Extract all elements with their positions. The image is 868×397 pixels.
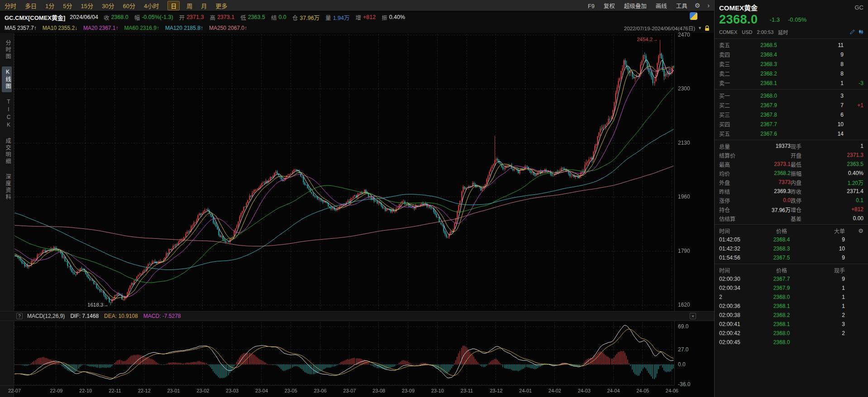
stat-row: 持仓37.96万增仓+812 [719,205,863,214]
deal-volume: 3 [804,321,845,327]
ask-row-ask-1[interactable]: 卖一2368.11-3 [719,78,863,88]
book-volume: 1 [777,80,844,86]
tick-deals-header: 时间价格现手 [715,265,868,274]
edit-pencil-icon[interactable] [850,29,855,35]
timeframe-tab-multi-day[interactable]: 多日 [25,1,37,10]
ask-row-ask-3[interactable]: 卖三2368.38 [719,59,863,69]
timeframe-tab-monthly[interactable]: 月 [201,1,207,10]
price-axis-label: 2300 [678,85,690,92]
timeframe-tab-1min[interactable]: 1分 [45,1,54,10]
timeframe-tab-60min[interactable]: 60分 [123,1,135,10]
large-deal-row: 01:42:322368.310 [715,244,868,253]
bid-row-bid-4[interactable]: 买四2367.710 [719,119,863,129]
tick-deal-row: 02:00:302367.79 [715,274,868,284]
deal-price: 2368.0 [759,330,804,336]
toolbar-item-adjust[interactable]: 复权 [604,3,615,9]
deal-time: 01:42:32 [719,246,759,252]
candlestick-chart-canvas[interactable] [14,33,674,311]
deal-time: 02:00:38 [719,312,759,318]
timeframe-tab-intraday[interactable]: 分时 [5,1,16,10]
chart-section: 分时多日1分5分15分30分60分4小时日周月更多 F9复权超级叠加画线工具 ⚙… [0,0,714,397]
divider [715,224,868,225]
book-delta: +1 [844,102,863,109]
book-volume: 9 [777,52,844,58]
deals-column-header: 价格 [759,227,804,235]
settings-gear-icon[interactable]: ⚙ [695,2,701,9]
sidebar-item-kline-chart[interactable]: K线图 [2,66,12,92]
timeframe-tab-30min[interactable]: 30分 [102,1,114,10]
stat-label: 现手 [791,142,816,150]
deal-volume: 10 [804,246,845,252]
sidebar-item-depth-data[interactable]: 深度资料 [2,171,12,203]
stat-label: 持仓 [719,206,740,213]
macd-header: ? MACD(12,26,9) DIF: 7.1468 DEA: 10.9108… [0,311,714,321]
timeframe-tab-daily[interactable]: 日 [167,1,180,10]
bid-row-bid-2[interactable]: 买二2367.97+1 [719,100,863,110]
trading-terminal: 分时多日1分5分15分30分60分4小时日周月更多 F9复权超级叠加画线工具 ⚙… [0,0,868,397]
lock-icon[interactable] [705,25,710,31]
deal-price: 2368.0 [759,339,804,345]
help-icon[interactable]: ? [16,313,23,319]
sidebar-item-time-chart[interactable]: 分时图 [2,38,12,62]
ask-row-ask-2[interactable]: 卖二2368.28 [719,69,863,78]
timeframe-tab-15min[interactable]: 15分 [81,1,93,10]
ask-row-ask-4[interactable]: 卖四2368.49 [719,50,863,59]
stat-value: 2369.3 [740,188,791,194]
time-axis-label: 24-03 [576,388,592,393]
macd-chart-canvas[interactable] [14,321,674,385]
divider [715,38,868,39]
time-axis-label: 24-05 [634,388,651,393]
quote-field-oi-change: 增+812 [355,13,376,22]
bid-row-bid-1[interactable]: 买一2368.03 [719,91,863,100]
sidebar-item-trade-detail[interactable]: 成交明细 [2,136,12,167]
macd-axis-label: -36.0 [678,381,690,388]
tick-deals-list: 02:00:302367.7902:00:342367.9122368.0102… [715,274,868,347]
last-price: 2368.0 [719,13,758,27]
panel-header: COMEX黄金 GC 2368.0 -1.3 -0.05% COMEX USD … [715,3,868,37]
ask-row-ask-5[interactable]: 卖五2368.511 [719,40,863,50]
toolbar-item-f9[interactable]: F9 [588,3,595,9]
collapse-chevron-icon[interactable]: › [707,2,710,9]
time-axis-label: 23-05 [283,388,299,393]
date-range-selector[interactable]: 2022/07/19-2024/06/04(476日) [624,24,695,32]
quote-field-change: 幅-0.05%(-1.3) [134,13,173,22]
stat-value: 2363.5 [816,161,863,167]
large-deal-row: 01:42:052368.49 [715,235,868,244]
book-label: 买二 [719,101,737,109]
book-label: 卖五 [719,41,737,49]
bid-row-bid-5[interactable]: 买五2367.614 [719,129,863,138]
quote-field-value: 37.96万 [300,13,320,22]
time-axis-label: 22-10 [77,388,94,393]
timeframe-tab-4hour[interactable]: 4小时 [144,1,159,10]
tick-deal-row: 02:00:382368.22 [715,311,868,320]
kline-mini-icon[interactable] [858,29,863,35]
book-price: 2367.9 [737,102,777,109]
stat-row: 估结算基差0.00 [719,214,863,223]
close-indicator-icon[interactable]: × [690,313,696,319]
ma-item-ma10: MA10 2355.2↓ [43,25,77,31]
instrument-symbol[interactable]: GC.CMX[COMEX黄金] [5,13,65,22]
divider [715,89,868,90]
sidebar-item-tick[interactable]: TICK [2,96,12,132]
deals-settings-gear-icon[interactable]: ⚙ [845,227,863,234]
stat-value: +812 [816,206,863,213]
divider [715,264,868,264]
toolbar-item-draw-line[interactable]: 画线 [656,3,667,9]
stat-label: 振幅 [791,170,816,177]
timeframe-tab-5min[interactable]: 5分 [63,1,72,10]
stat-row: 最高2373.1最低2363.5 [719,160,863,169]
panel-icons [850,29,863,35]
timeframe-tab-weekly[interactable]: 周 [186,1,192,10]
bid-row-bid-3[interactable]: 买三2367.86 [719,110,863,119]
stat-value: 7373 [740,179,791,185]
price-change-pct: -0.05% [788,16,806,23]
range-dropdown-icon[interactable]: ▼ [698,26,702,30]
toolbar-item-tools[interactable]: 工具 [676,3,687,9]
deal-time: 01:54:56 [719,255,759,261]
stat-row: 结算价开盘2371.3 [719,151,863,160]
toolbar-item-super-overlay[interactable]: 超级叠加 [624,3,647,9]
quote-field-label: 增 [355,13,361,22]
timeframe-tab-more[interactable]: 更多 [215,1,227,10]
deal-volume: 1 [804,303,845,309]
price-axis: 247023002130196017901620 [676,33,713,311]
